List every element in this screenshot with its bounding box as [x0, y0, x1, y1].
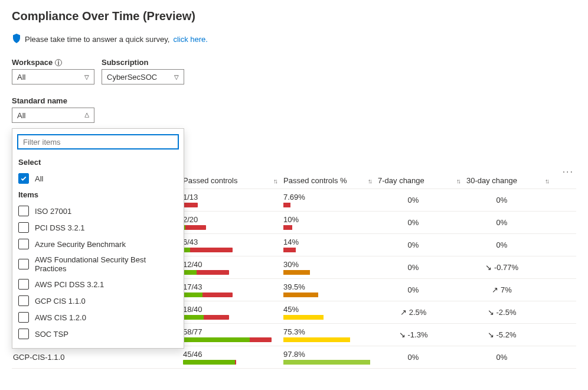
checkbox[interactable] — [18, 279, 29, 290]
col-7day[interactable]: 7-day change — [378, 176, 424, 185]
passed-cell: 2/20 — [183, 215, 283, 230]
sort-icon[interactable]: ↑↓ — [368, 177, 371, 184]
sort-icon[interactable]: ↑↓ — [273, 177, 276, 184]
standard-item-label: ISO 27001 — [35, 207, 71, 216]
checkbox[interactable] — [18, 259, 29, 269]
30day-change: 0% — [466, 196, 555, 204]
30day-change: ↘-5.2% — [466, 330, 555, 339]
survey-link[interactable]: click here. — [173, 35, 208, 44]
chevron-up-icon: ▽ — [84, 112, 89, 119]
select-all-row[interactable]: All — [12, 170, 184, 187]
passed-pct-cell: 7.69% — [283, 193, 378, 207]
checkbox[interactable] — [18, 312, 29, 323]
passed-pct-cell: 30% — [283, 260, 378, 275]
checkbox[interactable] — [18, 222, 29, 233]
items-section-label: Items — [12, 187, 184, 203]
30day-change: ↗7% — [466, 285, 555, 294]
passed-cell: 45/46 — [183, 350, 283, 365]
passed-cell: 18/40 — [183, 305, 283, 320]
standard-item-label: PCI DSS 3.2.1 — [35, 223, 85, 232]
7day-change: 0% — [378, 218, 466, 227]
standard-value: All — [17, 111, 25, 120]
col-passed[interactable]: Passed controls — [183, 176, 238, 185]
shield-icon — [12, 34, 21, 45]
checkbox[interactable] — [18, 295, 29, 306]
30day-change: 0% — [466, 218, 555, 227]
standard-item-label: AWS CIS 1.2.0 — [35, 313, 86, 322]
passed-pct-cell: 10% — [283, 215, 378, 230]
checkbox[interactable] — [18, 206, 29, 216]
standard-item[interactable]: ISO 27001 — [12, 203, 184, 219]
standard-item[interactable]: AWS CIS 1.2.0 — [12, 309, 184, 326]
passed-cell: 12/40 — [183, 260, 283, 275]
page-title: Compliance Over Time (Preview) — [12, 9, 576, 23]
30day-change: ↘-2.5% — [466, 308, 555, 317]
workspace-dropdown[interactable]: All ▽ — [12, 69, 94, 84]
30day-change: 0% — [466, 353, 555, 362]
standard-item[interactable]: Azure Security Benchmark — [12, 236, 184, 252]
standard-item-label: GCP CIS 1.1.0 — [35, 297, 86, 306]
sort-icon[interactable]: ↑↓ — [456, 177, 459, 184]
7day-change: ↗2.5% — [378, 308, 466, 317]
standard-dropdown[interactable]: All ▽ — [12, 108, 94, 123]
trend-up-icon: ↗ — [400, 308, 407, 317]
workspace-value: All — [17, 73, 25, 82]
7day-change: 0% — [378, 353, 466, 362]
standard-item-label: AWS PCI DSS 3.2.1 — [35, 280, 104, 289]
col-30day[interactable]: 30-day change — [466, 176, 517, 185]
30day-change: ↘-0.77% — [466, 263, 555, 272]
checkbox[interactable] — [18, 329, 29, 339]
workspace-label: Workspace — [12, 58, 53, 67]
trend-down-icon: ↘ — [488, 308, 494, 317]
7day-change: 0% — [378, 263, 466, 272]
row-name: GCP-CIS-1.1.0 — [12, 353, 183, 362]
passed-pct-cell: 45% — [283, 305, 378, 320]
passed-cell: 58/77 — [183, 327, 283, 342]
trend-down-icon: ↘ — [488, 330, 494, 339]
subscription-dropdown[interactable]: CyberSecSOC ▽ — [102, 69, 184, 84]
survey-banner: Please take time to answer a quick surve… — [12, 34, 576, 45]
7day-change: 0% — [378, 196, 466, 204]
standard-item-label: Azure Security Benchmark — [35, 240, 126, 249]
more-menu[interactable]: ··· — [563, 167, 574, 177]
subscription-value: CyberSecSOC — [107, 73, 157, 82]
select-all-label: All — [35, 174, 43, 183]
passed-cell: 6/43 — [183, 238, 283, 252]
standard-item[interactable]: PCI DSS 3.2.1 — [12, 219, 184, 236]
passed-pct-cell: 75.3% — [283, 327, 378, 342]
standard-item[interactable]: SOC TSP — [12, 326, 184, 342]
survey-text: Please take time to answer a quick surve… — [25, 35, 169, 44]
standard-dropdown-panel: Select All Items ISO 27001PCI DSS 3.2.1A… — [12, 128, 184, 349]
standard-item-label: AWS Foundational Security Best Practices — [35, 255, 178, 273]
passed-pct-cell: 14% — [283, 238, 378, 252]
table-row[interactable]: GCP-CIS-1.1.045/4697.8%0%0% — [12, 346, 576, 369]
7day-change: 0% — [378, 285, 466, 294]
passed-cell: 1/13 — [183, 193, 283, 207]
col-passed-pct[interactable]: Passed controls % — [283, 176, 347, 185]
subscription-label: Subscription — [102, 58, 148, 67]
passed-cell: 17/43 — [183, 282, 283, 297]
trend-up-icon: ↗ — [492, 285, 498, 294]
select-section-label: Select — [12, 154, 184, 170]
trend-down-icon: ↘ — [485, 263, 492, 272]
passed-pct-cell: 97.8% — [283, 350, 378, 365]
chevron-down-icon: ▽ — [84, 74, 89, 80]
7day-change: 0% — [378, 240, 466, 249]
sort-icon[interactable]: ↑↓ — [545, 177, 548, 184]
filter-items-input[interactable] — [17, 134, 179, 150]
chevron-down-icon: ▽ — [174, 74, 179, 80]
30day-change: 0% — [466, 240, 555, 249]
info-icon[interactable]: i — [55, 59, 62, 66]
checkbox[interactable] — [18, 239, 29, 249]
checkbox-checked[interactable] — [18, 173, 29, 184]
standard-item[interactable]: AWS Foundational Security Best Practices — [12, 252, 184, 276]
standard-label: Standard name — [12, 96, 576, 105]
7day-change: ↘-1.3% — [378, 330, 466, 339]
passed-pct-cell: 39.5% — [283, 282, 378, 297]
trend-down-icon: ↘ — [399, 330, 406, 339]
standard-item-label: SOC TSP — [35, 330, 68, 339]
standard-item[interactable]: GCP CIS 1.1.0 — [12, 292, 184, 309]
standard-item[interactable]: AWS PCI DSS 3.2.1 — [12, 276, 184, 292]
